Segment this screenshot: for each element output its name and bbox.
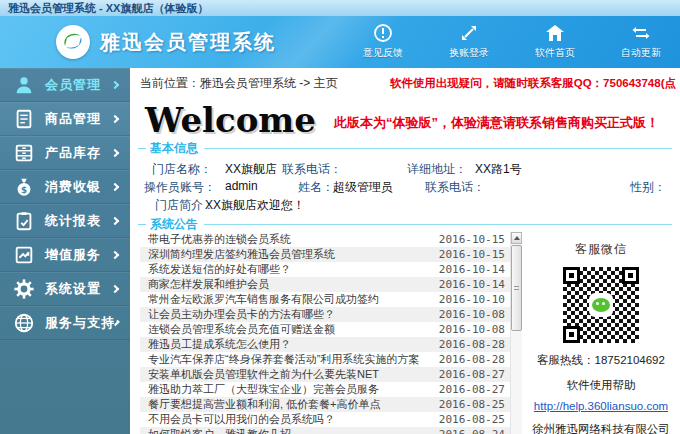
announcement-title: 雅迅员工提成系统怎么使用？: [140, 337, 439, 352]
chevron-right-icon: [111, 217, 119, 225]
announcement-title: 常州金坛欧派罗汽车销售服务有限公司成功签约: [140, 292, 439, 307]
main-panel: 当前位置：雅迅会员管理系统 -> 主页 软件使用出现疑问，请随时联系客服QQ：7…: [130, 68, 680, 434]
sidebar-item-cashier[interactable]: $ 消费收银: [0, 170, 130, 204]
auto-update-button[interactable]: 自动更新: [612, 22, 670, 60]
feedback-icon: [373, 22, 393, 44]
sidebar-item-reports[interactable]: 统计报表: [0, 204, 130, 238]
service-hotline: 客服热线：18752104692: [522, 353, 680, 368]
app-name: 雅迅会员管理系统: [100, 29, 276, 56]
app-window: 雅迅会员管理系统 - XX旗舰店（体验版） 雅迅会员管理系统 意见反馈: [0, 0, 680, 434]
announcement-title: 如何取悦客户，雅迅教你几招: [140, 427, 439, 434]
announcement-row[interactable]: 商家怎样发展和维护会员 2016-10-14: [140, 277, 510, 292]
announcement-date: 2016-08-27: [439, 368, 510, 381]
sidebar-item-label: 增值服务: [45, 246, 112, 264]
phone2-label: 联系电话：: [425, 179, 485, 196]
operator-label: 操作员账号：: [144, 179, 216, 196]
sidebar-item-member-management[interactable]: 会员管理: [0, 68, 130, 102]
name-value: 超级管理员: [333, 179, 393, 196]
thumb-grip: [514, 286, 519, 292]
announcements-scrollbar[interactable]: [510, 232, 522, 434]
customer-service-panel: 客服微信 客服热线：18752104692 软件使用帮助 http://help…: [522, 232, 680, 434]
section-rule: [204, 224, 672, 225]
svg-text:$: $: [21, 185, 27, 195]
gender-label: 性别：: [630, 179, 666, 196]
announcement-row[interactable]: 餐厅要想提高营业额和利润, 低价套餐+高价单点 2016-08-25: [140, 397, 510, 412]
announcement-row[interactable]: 如何取悦客户，雅迅教你几招 2016-08-24: [140, 427, 510, 434]
sidebar-item-value-added[interactable]: 增值服务: [0, 238, 130, 272]
scrollbar-thumb[interactable]: [511, 245, 522, 331]
announcement-row[interactable]: 专业汽车保养店“终身保养套餐活动”利用系统实施的方案 2016-08-28: [140, 352, 510, 367]
announcement-date: 2016-10-15: [439, 233, 510, 246]
sidebar-item-settings[interactable]: 系统设置: [0, 272, 130, 306]
announcement-date: 2016-10-15: [439, 248, 510, 261]
announcement-title: 安装单机版会员管理软件之前为什么要先装NET: [140, 367, 439, 382]
announcement-title: 雅迅助力萃工厂（大型珠宝企业）完善会员服务: [140, 382, 439, 397]
address-value: XX路1号: [475, 161, 522, 178]
announcements-and-service: 带电子优惠券的连锁会员系统 2016-10-15 深圳简约理发店签约雅迅会员管理…: [130, 232, 680, 434]
sidebar-item-label: 系统设置: [45, 280, 112, 298]
announcements-section-header: 系统公告: [130, 216, 680, 232]
announcement-date: 2016-08-27: [439, 383, 510, 396]
sidebar-item-label: 统计报表: [45, 212, 112, 230]
announcement-row[interactable]: 深圳简约理发店签约雅迅会员管理系统 2016-10-15: [140, 247, 510, 262]
trial-version-notice: 此版本为“体验版”，体验满意请联系销售商购买正式版！: [334, 114, 659, 132]
scroll-up-button[interactable]: [511, 232, 522, 244]
announcement-title: 系统发送短信的好处有哪些？: [140, 262, 439, 277]
announcement-date: 2016-08-25: [439, 398, 510, 411]
announcement-row[interactable]: 雅迅员工提成系统怎么使用？ 2016-08-28: [140, 337, 510, 352]
announcement-row[interactable]: 让会员主动办理会员卡的方法有哪些？ 2016-10-08: [140, 307, 510, 322]
company-name: 徐州雅迅网络科技有限公司: [522, 422, 680, 434]
announcement-date: 2016-08-24: [439, 428, 510, 434]
qr-finder-pattern: [563, 326, 580, 343]
sidebar-item-label: 产品库存: [45, 144, 112, 162]
support-qq-notice[interactable]: 软件使用出现疑问，请随时联系客服QQ：750643748(点: [390, 76, 676, 91]
announcement-date: 2016-10-14: [439, 263, 510, 276]
chevron-right-icon: [111, 115, 119, 123]
chevron-right-icon: [111, 81, 119, 89]
wechat-qr-code: [563, 267, 639, 343]
announcements-area: 带电子优惠券的连锁会员系统 2016-10-15 深圳简约理发店签约雅迅会员管理…: [140, 232, 522, 434]
announcements-list: 带电子优惠券的连锁会员系统 2016-10-15 深圳简约理发店签约雅迅会员管理…: [140, 232, 510, 434]
sidebar-item-goods-management[interactable]: 商品管理: [0, 102, 130, 136]
globe-icon: [12, 311, 36, 335]
announcement-title: 带电子优惠券的连锁会员系统: [140, 232, 439, 247]
announcement-row[interactable]: 系统发送短信的好处有哪些？ 2016-10-14: [140, 262, 510, 277]
wechat-logo-icon: [589, 293, 613, 317]
sidebar-item-product-inventory[interactable]: 产品库存: [0, 136, 130, 170]
sidebar-item-support[interactable]: 服务与支持: [0, 306, 130, 340]
switch-account-icon: [459, 22, 479, 44]
intro-value: XX旗舰店欢迎您！: [205, 197, 305, 214]
announcement-date: 2016-08-28: [439, 338, 510, 351]
value-added-icon: [12, 243, 36, 267]
announcement-row[interactable]: 连锁会员管理系统会员充值可赠送金额 2016-10-08: [140, 322, 510, 337]
help-link[interactable]: http://help.360liansuo.com: [522, 400, 680, 412]
announcement-title: 专业汽车保养店“终身保养套餐活动”利用系统实施的方案: [140, 352, 439, 367]
breadcrumb: 当前位置：雅迅会员管理系统 -> 主页: [140, 75, 338, 92]
switch-account-button[interactable]: 换账登录: [440, 22, 498, 60]
window-titlebar[interactable]: 雅迅会员管理系统 - XX旗舰店（体验版）: [0, 0, 680, 16]
announcement-row[interactable]: 雅迅助力萃工厂（大型珠宝企业）完善会员服务 2016-08-27: [140, 382, 510, 397]
announcements-title: 系统公告: [150, 216, 198, 233]
brand: 雅迅会员管理系统: [56, 25, 276, 59]
yaxun-swirl-logo-icon: [56, 25, 90, 59]
breadcrumb-bar: 当前位置：雅迅会员管理系统 -> 主页 软件使用出现疑问，请随时联系客服QQ：7…: [130, 68, 680, 98]
button-label: 软件首页: [535, 46, 575, 60]
basic-info-fields: 门店名称： XX旗舰店 联系电话： 详细地址： XX路1号 操作员账号： adm…: [130, 156, 680, 214]
announcement-row[interactable]: 安装单机版会员管理软件之前为什么要先装NET 2016-08-27: [140, 367, 510, 382]
store-name-value: XX旗舰店: [225, 161, 277, 178]
announcement-title: 餐厅要想提高营业额和利润, 低价套餐+高价单点: [140, 397, 439, 412]
announcement-date: 2016-08-28: [439, 353, 510, 366]
section-rule: [204, 148, 672, 149]
announcement-row[interactable]: 不用会员卡可以用我们的会员系统吗？ 2016-08-25: [140, 412, 510, 427]
announcement-date: 2016-10-10: [439, 293, 510, 306]
announcement-date: 2016-10-14: [439, 278, 510, 291]
announcement-title: 深圳简约理发店签约雅迅会员管理系统: [140, 247, 439, 262]
address-label: 详细地址：: [407, 161, 467, 178]
goods-icon: [12, 107, 36, 131]
announcement-row[interactable]: 常州金坛欧派罗汽车销售服务有限公司成功签约 2016-10-10: [140, 292, 510, 307]
member-icon: [12, 73, 36, 97]
software-home-button[interactable]: 软件首页: [526, 22, 584, 60]
auto-update-icon: [631, 22, 651, 44]
announcement-row[interactable]: 带电子优惠券的连锁会员系统 2016-10-15: [140, 232, 510, 247]
feedback-button[interactable]: 意见反馈: [354, 22, 412, 60]
